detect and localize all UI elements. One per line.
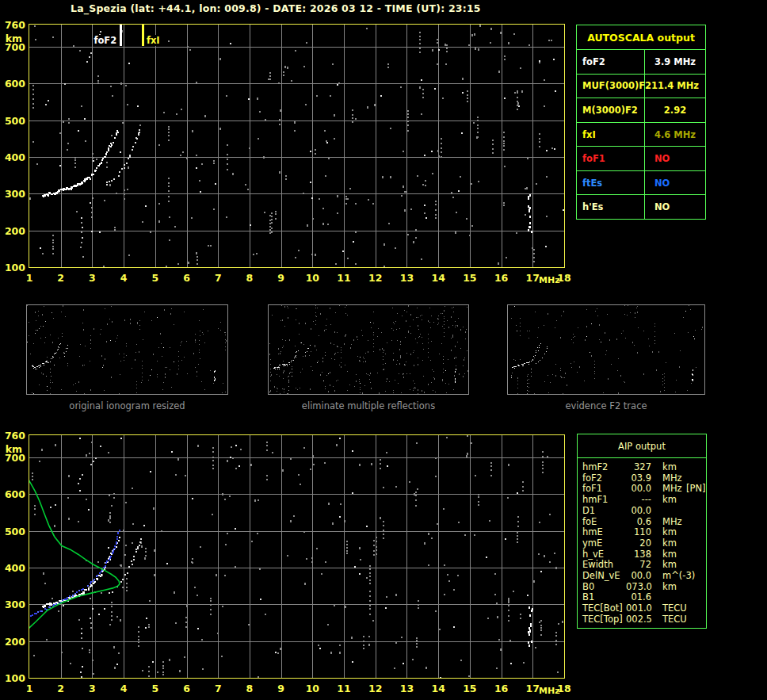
autoscala-param-label: fxI <box>577 123 645 147</box>
aip-value: 01.6 <box>626 592 651 602</box>
scaled-ionogram-canvas <box>29 25 564 267</box>
aip-row: hmE110km <box>582 527 706 537</box>
aip-value: 327 <box>626 462 651 472</box>
aip-unit: MHz <box>662 517 686 527</box>
x-tick-label: 2 <box>52 683 71 694</box>
x-tick-label: 8 <box>240 683 259 694</box>
autoscala-param-label: M(3000)F2 <box>577 98 645 122</box>
aip-value: 00.0 <box>626 484 651 494</box>
x-tick-label: 7 <box>208 272 227 284</box>
aip-value: 0.6 <box>626 517 651 527</box>
autoscala-param-value: NO <box>645 195 705 219</box>
aip-row: foF203.9MHz <box>582 473 706 484</box>
y-tick-label: 300 <box>0 599 25 610</box>
autoscala-row: foF23.9 MHz <box>577 49 705 74</box>
x-tick-label: 1 <box>20 683 39 694</box>
aip-table-header: AIP output <box>578 434 706 458</box>
x-tick-label: 9 <box>272 272 291 284</box>
y-tick-label: 500 <box>0 115 25 127</box>
x-axis-unit-mhz: MHz <box>538 275 560 285</box>
profile-ionogram-plot <box>29 434 565 679</box>
autoscala-param-value: NO <box>645 147 705 170</box>
x-tick-label: 12 <box>366 272 385 284</box>
aip-row: DelN_vE00.0m^(-3) <box>582 571 706 581</box>
autoscala-row: h'EsNO <box>577 194 705 219</box>
y-axis-unit-km: km <box>0 443 22 455</box>
aip-row: foE0.6MHz <box>582 517 706 527</box>
x-tick-label: 3 <box>82 683 101 694</box>
autoscala-param-label: ftEs <box>577 171 645 195</box>
aip-param: foF1 <box>582 484 626 494</box>
y-tick-label: 100 <box>0 262 25 273</box>
x-tick-label: 6 <box>177 272 197 284</box>
fxi-marker-label: fxI <box>146 35 161 46</box>
aip-unit: km <box>662 582 686 592</box>
aip-unit: km <box>662 549 686 560</box>
x-tick-label: 11 <box>334 683 353 694</box>
aip-param: TEC[Bot] <box>582 603 626 614</box>
autoscala-table-rows: foF23.9 MHzMUF(3000)F211.4 MHzM(3000)F22… <box>577 49 705 219</box>
autoscala-row: M(3000)F22.92 <box>577 98 705 122</box>
aip-unit: km <box>662 527 686 537</box>
x-tick-label: 10 <box>303 272 322 284</box>
aip-value: --- <box>626 495 651 505</box>
x-tick-label: 11 <box>334 272 353 284</box>
aip-value: 138 <box>626 549 651 560</box>
autoscala-param-label: MUF(3000)F2 <box>577 75 645 98</box>
aip-unit: m^(-3) <box>662 571 686 581</box>
aip-row: B0073.0km <box>582 582 706 592</box>
x-tick-label: 14 <box>429 683 448 694</box>
aip-row: D100.0 <box>582 506 706 516</box>
fof2-marker-label: foF2 <box>93 35 117 46</box>
aip-value: 002.5 <box>626 614 651 625</box>
x-tick-label: 9 <box>272 683 291 694</box>
x-tick-label: 8 <box>240 272 259 284</box>
x-tick-label: 12 <box>366 683 385 694</box>
station-date-title: La_Spezia (lat: +44.1, lon: 009.8) - DAT… <box>71 2 481 14</box>
aip-value: 72 <box>626 560 651 570</box>
x-tick-label: 15 <box>460 272 479 284</box>
aip-row: h_vE138km <box>582 549 706 560</box>
autoscala-param-value: 3.9 MHz <box>645 50 705 74</box>
x-tick-label: 1 <box>20 272 39 284</box>
x-tick-label: 5 <box>146 272 165 284</box>
aip-param: DelN_vE <box>582 571 626 581</box>
aip-param: foE <box>582 517 626 527</box>
autoscala-row: ftEsNO <box>577 170 705 195</box>
aip-row: ymE20km <box>582 538 706 549</box>
aip-row: hmF2327km <box>582 462 706 472</box>
autoscala-param-label: foF2 <box>577 50 645 74</box>
aip-unit: km <box>662 560 686 570</box>
profile-ionogram-canvas <box>29 435 564 678</box>
aip-param: foF2 <box>582 473 626 484</box>
aip-value: 073.0 <box>626 582 651 592</box>
aip-row: foF100.0MHz[PN] <box>582 484 706 494</box>
aip-unit: km <box>662 495 686 505</box>
thumbnail-evidence-canvas <box>508 305 704 394</box>
autoscala-table-header: AUTOSCALA output <box>577 25 705 49</box>
x-tick-label: 15 <box>460 683 479 694</box>
aip-value: 03.9 <box>626 473 651 484</box>
x-tick-label: 13 <box>397 272 416 284</box>
autoscala-row: foF1NO <box>577 146 705 170</box>
x-tick-label: 4 <box>114 272 133 284</box>
thumbnail-caption: eliminate multiple reflections <box>268 400 469 411</box>
aip-unit: km <box>662 538 686 549</box>
aip-param: hmF2 <box>582 462 626 472</box>
autoscala-param-value: 2.92 <box>645 98 705 122</box>
autoscala-row: fxI4.6 MHz <box>577 122 705 147</box>
x-tick-label: 3 <box>82 272 101 284</box>
aip-row: TEC[Bot]001.0TECU <box>582 603 706 614</box>
x-tick-label: 13 <box>397 683 416 694</box>
y-tick-label: 400 <box>0 151 25 163</box>
y-tick-label: 200 <box>0 225 25 237</box>
autoscala-output-table: AUTOSCALA output foF23.9 MHzMUF(3000)F21… <box>576 25 706 220</box>
scaled-ionogram-plot <box>29 24 565 268</box>
y-tick-label: 600 <box>0 488 25 500</box>
autoscala-param-label: h'Es <box>577 195 645 219</box>
aip-table-rows: hmF2327kmfoF203.9MHzfoF100.0MHz[PN]hmF1-… <box>578 458 706 628</box>
aip-unit: MHz <box>662 484 686 494</box>
x-tick-label: 10 <box>303 683 322 694</box>
autoscala-row: MUF(3000)F211.4 MHz <box>577 74 705 98</box>
aip-row: TEC[Top]002.5TECU <box>582 614 706 625</box>
